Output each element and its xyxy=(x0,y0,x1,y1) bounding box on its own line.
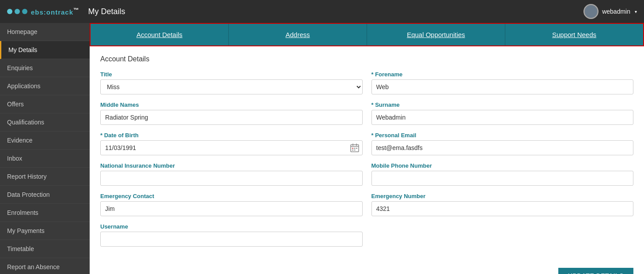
sidebar-item-my-payments[interactable]: My Payments xyxy=(0,222,90,240)
sidebar-item-label: My Payments xyxy=(7,227,45,234)
logo-dot-3 xyxy=(22,9,27,14)
username-display: webadmin xyxy=(602,8,630,15)
sidebar-item-offers[interactable]: Offers xyxy=(0,95,90,113)
sidebar: Homepage My Details Enquiries Applicatio… xyxy=(0,23,90,274)
emergency-number-group: Emergency Number xyxy=(371,193,634,216)
emergency-contact-group: Emergency Contact xyxy=(100,193,363,216)
mobile-phone-input[interactable] xyxy=(371,171,634,186)
form-row-middle-surname: Middle Names * Surname xyxy=(100,101,633,125)
forename-group: * Forename xyxy=(371,71,634,94)
logo-dots xyxy=(7,9,27,14)
form-row-ni-mobile: National Insurance Number Mobile Phone N… xyxy=(100,162,633,186)
account-details-form: Account Details Title Miss Mr Mrs Ms Dr … xyxy=(90,46,644,263)
tab-address[interactable]: Address xyxy=(229,24,367,45)
sidebar-item-applications[interactable]: Applications xyxy=(0,77,90,95)
username-input[interactable] xyxy=(100,232,363,247)
sidebar-item-evidence[interactable]: Evidence xyxy=(0,131,90,150)
tab-address-label: Address xyxy=(285,31,310,38)
form-row-emergency: Emergency Contact Emergency Number xyxy=(100,193,633,216)
sidebar-item-enrolments[interactable]: Enrolments xyxy=(0,204,90,222)
svg-rect-3 xyxy=(356,148,357,149)
sidebar-item-label: Inbox xyxy=(7,155,22,162)
dob-input[interactable] xyxy=(100,140,363,155)
svg-rect-1 xyxy=(352,148,353,149)
logo-brand: ebs: xyxy=(31,8,46,16)
sidebar-item-label: Offers xyxy=(7,101,24,108)
forename-label: * Forename xyxy=(371,71,634,78)
user-dropdown-chevron[interactable]: ▾ xyxy=(635,9,637,14)
tab-support-needs[interactable]: Support Needs xyxy=(505,24,643,45)
sidebar-item-report-absence[interactable]: Report an Absence xyxy=(0,258,90,274)
title-group: Title Miss Mr Mrs Ms Dr xyxy=(100,71,363,94)
ni-input[interactable] xyxy=(100,171,363,186)
tab-account-details-label: Account Details xyxy=(136,31,182,38)
title-label: Title xyxy=(100,71,363,78)
top-header: ebs:ontrack™ My Details webadmin ▾ xyxy=(0,0,644,23)
sidebar-item-inbox[interactable]: Inbox xyxy=(0,150,90,168)
sidebar-item-timetable[interactable]: Timetable xyxy=(0,240,90,258)
surname-group: * Surname xyxy=(371,101,634,125)
sidebar-item-data-protection[interactable]: Data Protection xyxy=(0,186,90,204)
logo-area: ebs:ontrack™ xyxy=(7,7,80,16)
logo-trademark: ™ xyxy=(73,7,80,13)
title-select[interactable]: Miss Mr Mrs Ms Dr xyxy=(100,79,363,94)
tab-equal-opportunities-label: Equal Opportunities xyxy=(407,31,465,38)
update-btn-row: UPDATE DETAILS xyxy=(90,263,644,274)
svg-rect-4 xyxy=(352,150,353,150)
svg-rect-2 xyxy=(354,148,355,149)
ni-group: National Insurance Number xyxy=(100,162,363,186)
sidebar-item-my-details[interactable]: My Details xyxy=(0,41,90,59)
sidebar-item-homepage[interactable]: Homepage xyxy=(0,23,90,41)
dob-group: * Date of Birth xyxy=(100,132,363,155)
emergency-number-label: Emergency Number xyxy=(371,193,634,199)
user-area[interactable]: webadmin ▾ xyxy=(583,4,637,19)
tab-navigation: Account Details Address Equal Opportunit… xyxy=(90,23,644,46)
sidebar-item-label: Report History xyxy=(7,173,46,180)
tab-account-details[interactable]: Account Details xyxy=(91,24,229,45)
middle-names-label: Middle Names xyxy=(100,101,363,108)
form-row-title-forename: Title Miss Mr Mrs Ms Dr * Forename xyxy=(100,71,633,94)
emergency-contact-label: Emergency Contact xyxy=(100,193,363,199)
dob-label: * Date of Birth xyxy=(100,132,363,139)
tab-support-needs-label: Support Needs xyxy=(552,31,596,38)
logo-text: ebs:ontrack™ xyxy=(31,7,80,16)
svg-rect-5 xyxy=(354,150,355,150)
sidebar-item-label: Qualifications xyxy=(7,119,44,126)
form-section-title: Account Details xyxy=(100,55,633,63)
dob-wrapper xyxy=(100,140,363,155)
avatar-inner xyxy=(585,5,597,18)
sidebar-item-label: Homepage xyxy=(7,28,38,35)
personal-email-group: * Personal Email xyxy=(371,132,634,155)
sidebar-item-label: Data Protection xyxy=(7,191,50,198)
mobile-phone-group: Mobile Phone Number xyxy=(371,162,634,186)
sidebar-item-enquiries[interactable]: Enquiries xyxy=(0,59,90,77)
personal-email-input[interactable] xyxy=(371,140,634,155)
sidebar-item-report-history[interactable]: Report History xyxy=(0,168,90,186)
calendar-icon[interactable] xyxy=(350,143,359,152)
logo-product: ontrack xyxy=(46,8,73,16)
personal-email-label: * Personal Email xyxy=(371,132,634,139)
sidebar-item-label: Evidence xyxy=(7,137,33,144)
surname-label: * Surname xyxy=(371,101,634,108)
sidebar-item-label: Enquiries xyxy=(7,64,33,71)
surname-input[interactable] xyxy=(371,110,634,125)
tab-equal-opportunities[interactable]: Equal Opportunities xyxy=(367,24,505,45)
ni-label: National Insurance Number xyxy=(100,162,363,169)
sidebar-item-label: Enrolments xyxy=(7,209,38,216)
username-group: Username xyxy=(100,223,363,247)
update-details-button[interactable]: UPDATE DETAILS xyxy=(558,268,633,274)
sidebar-item-qualifications[interactable]: Qualifications xyxy=(0,113,90,131)
form-row-dob-email: * Date of Birth xyxy=(100,132,633,155)
middle-names-group: Middle Names xyxy=(100,101,363,125)
middle-names-input[interactable] xyxy=(100,110,363,125)
header-left: ebs:ontrack™ My Details xyxy=(7,7,125,16)
logo-dot-2 xyxy=(15,9,20,14)
page-title: My Details xyxy=(88,7,125,16)
form-row-username: Username xyxy=(100,223,633,247)
emergency-contact-input[interactable] xyxy=(100,201,363,216)
mobile-phone-label: Mobile Phone Number xyxy=(371,162,634,169)
sidebar-item-label: Applications xyxy=(7,83,41,90)
sidebar-item-label: Timetable xyxy=(7,245,34,252)
emergency-number-input[interactable] xyxy=(371,201,634,216)
forename-input[interactable] xyxy=(371,79,634,94)
